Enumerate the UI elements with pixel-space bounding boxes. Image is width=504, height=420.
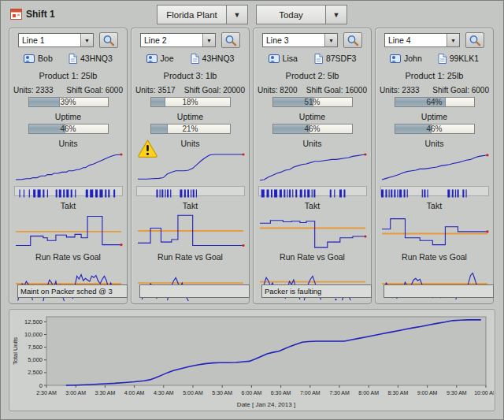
line-zoom-button[interactable] bbox=[343, 32, 362, 48]
svg-text:10,000: 10,000 bbox=[24, 331, 43, 338]
svg-text:4:00 AM: 4:00 AM bbox=[124, 390, 145, 396]
svg-text:Date [ Jan 24, 2013 ]: Date [ Jan 24, 2013 ] bbox=[237, 401, 295, 408]
product-label: Product 2: 5lb bbox=[254, 71, 371, 82]
note-input[interactable] bbox=[261, 284, 372, 298]
operator-group: Lisa bbox=[269, 54, 298, 63]
svg-text:6:00 AM: 6:00 AM bbox=[242, 390, 262, 396]
svg-text:10:00 AM: 10:00 AM bbox=[474, 390, 494, 396]
line-zoom-button[interactable] bbox=[221, 32, 240, 48]
magnifier-icon bbox=[102, 35, 115, 46]
shift-progress-percent: 51% bbox=[273, 98, 352, 106]
dashboard-window: Shift 1 Florida Plant ▼ Today ▼ Line 1 ▼ bbox=[0, 0, 504, 420]
takt-step-chart bbox=[258, 212, 367, 250]
operator-icon bbox=[269, 54, 280, 63]
svg-text:5:00 AM: 5:00 AM bbox=[183, 390, 203, 396]
uptime-label: Uptime bbox=[9, 112, 127, 122]
takt-label: Takt bbox=[132, 201, 249, 211]
magnifier-icon bbox=[346, 35, 359, 46]
badge-id: 99KLK1 bbox=[450, 54, 479, 63]
header: Shift 1 Florida Plant ▼ Today ▼ bbox=[1, 1, 503, 28]
takt-barcode bbox=[137, 189, 244, 198]
units-count-label: Units: 2333 bbox=[380, 86, 420, 95]
line-select-value[interactable]: Line 3 bbox=[263, 35, 324, 45]
document-icon bbox=[314, 54, 323, 64]
takt-strip bbox=[380, 186, 489, 196]
shift-goal-label: Shift Goal: 20000 bbox=[184, 86, 245, 95]
shift-progress-percent: 64% bbox=[395, 98, 474, 106]
shift-progress-percent: 39% bbox=[29, 98, 108, 106]
line-select-value[interactable]: Line 1 bbox=[19, 35, 80, 45]
line-select[interactable]: Line 4 ▼ bbox=[384, 33, 460, 47]
note-input[interactable] bbox=[17, 284, 128, 298]
svg-text:7,500: 7,500 bbox=[28, 344, 43, 351]
badge-id: 43HNQ3 bbox=[202, 54, 235, 63]
svg-text:8:00 AM: 8:00 AM bbox=[358, 390, 379, 396]
badge-group: 99KLK1 bbox=[438, 54, 479, 64]
line-select[interactable]: Line 2 ▼ bbox=[140, 33, 216, 47]
takt-label: Takt bbox=[376, 201, 493, 211]
document-icon bbox=[438, 54, 447, 64]
document-icon bbox=[69, 54, 77, 64]
page-title: Shift 1 bbox=[26, 9, 55, 20]
line-select-arrow-icon[interactable]: ▼ bbox=[447, 34, 459, 46]
total-units-panel: 02,5005,0007,50010,00012,5002:30 AM3:00 … bbox=[9, 309, 495, 411]
units-sparkline bbox=[258, 150, 367, 184]
uptime-percent: 21% bbox=[151, 125, 230, 133]
date-dropdown-arrow-icon[interactable]: ▼ bbox=[325, 5, 347, 24]
uptime-percent: 46% bbox=[395, 125, 474, 133]
svg-text:5:30 AM: 5:30 AM bbox=[212, 390, 232, 396]
shift-progress-bar: 18% bbox=[150, 97, 231, 107]
note-input[interactable] bbox=[384, 284, 494, 298]
takt-step-chart bbox=[136, 212, 245, 250]
units-chart-label: Units bbox=[9, 139, 127, 149]
line-select-arrow-icon[interactable]: ▼ bbox=[202, 34, 215, 46]
svg-text:4:30 AM: 4:30 AM bbox=[154, 390, 174, 396]
takt-label: Takt bbox=[254, 201, 371, 211]
operator-icon bbox=[24, 54, 35, 63]
runrate-label: Run Rate vs Goal bbox=[9, 252, 127, 262]
plant-dropdown-arrow-icon[interactable]: ▼ bbox=[226, 5, 248, 24]
takt-step-chart bbox=[14, 212, 123, 250]
line-select-value[interactable]: Line 2 bbox=[141, 35, 202, 45]
takt-barcode bbox=[15, 189, 122, 198]
operator-icon bbox=[390, 54, 401, 63]
uptime-percent: 46% bbox=[273, 125, 352, 133]
units-chart-label: Units bbox=[376, 139, 493, 149]
line-select[interactable]: Line 1 ▼ bbox=[18, 33, 94, 47]
takt-strip bbox=[14, 186, 123, 196]
badge-group: 87SDF3 bbox=[314, 54, 357, 64]
takt-barcode bbox=[381, 189, 488, 198]
runrate-label: Run Rate vs Goal bbox=[376, 252, 493, 262]
svg-text:7:30 AM: 7:30 AM bbox=[329, 390, 350, 396]
line-select-arrow-icon[interactable]: ▼ bbox=[324, 34, 337, 46]
svg-text:7:00 AM: 7:00 AM bbox=[300, 390, 321, 396]
date-dropdown[interactable]: Today ▼ bbox=[256, 5, 347, 24]
plant-dropdown-value[interactable]: Florida Plant bbox=[157, 5, 226, 24]
plant-dropdown[interactable]: Florida Plant ▼ bbox=[157, 5, 248, 24]
svg-text:0: 0 bbox=[39, 382, 43, 389]
uptime-label: Uptime bbox=[376, 112, 493, 122]
line-zoom-button[interactable] bbox=[99, 32, 118, 48]
note-input[interactable] bbox=[139, 284, 250, 298]
takt-label: Takt bbox=[9, 201, 127, 211]
line-select[interactable]: Line 3 ▼ bbox=[262, 33, 338, 47]
shift-progress-bar: 51% bbox=[272, 97, 353, 107]
shift-goal-label: Shift Goal: 16000 bbox=[306, 86, 367, 95]
operator-icon bbox=[146, 54, 158, 63]
svg-text:9:30 AM: 9:30 AM bbox=[447, 390, 467, 396]
units-chart-label: Units bbox=[254, 139, 371, 149]
shift-goal-label: Shift Goal: 6000 bbox=[66, 86, 123, 95]
line-zoom-button[interactable] bbox=[465, 32, 484, 48]
svg-text:2,500: 2,500 bbox=[28, 369, 43, 376]
total-units-chart: 02,5005,0007,50010,00012,5002:30 AM3:00 … bbox=[10, 311, 494, 409]
line-panel-4: Line 4 ▼ John bbox=[375, 28, 494, 304]
line-select-value[interactable]: Line 4 bbox=[385, 35, 447, 45]
product-label: Product 3: 1lb bbox=[132, 71, 249, 82]
takt-step-chart bbox=[380, 212, 489, 250]
shift-title-group: Shift 1 bbox=[10, 9, 55, 20]
units-sparkline bbox=[380, 150, 489, 184]
operator-name: Lisa bbox=[283, 54, 298, 63]
svg-text:Total Units: Total Units bbox=[12, 337, 19, 365]
line-select-arrow-icon[interactable]: ▼ bbox=[80, 34, 93, 46]
date-dropdown-value[interactable]: Today bbox=[256, 5, 325, 24]
